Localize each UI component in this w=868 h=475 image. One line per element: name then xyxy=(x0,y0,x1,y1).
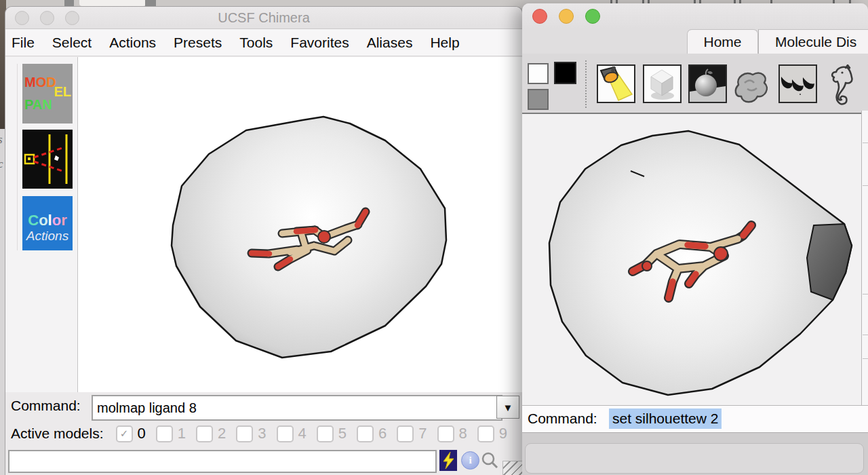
model-1-checkbox[interactable] xyxy=(156,425,173,442)
chimera-window: UCSF Chimera File Select Actions Presets… xyxy=(5,7,522,475)
panel-divider xyxy=(863,294,868,294)
command-label: Command: xyxy=(11,398,81,414)
seahorse-silhouette-button[interactable] xyxy=(827,64,857,107)
model-8-label: 8 xyxy=(459,425,467,442)
color-letter: C xyxy=(28,212,39,229)
model-7-label: 7 xyxy=(418,425,427,442)
chimera-titlebar[interactable]: UCSF Chimera xyxy=(5,7,522,29)
model-panel-letter: N xyxy=(42,97,52,112)
model-panel-letter: M xyxy=(24,75,36,90)
model-panel-letter: P xyxy=(24,97,33,112)
background-gray-button[interactable] xyxy=(528,89,549,110)
chimerax-3d-viewport[interactable] xyxy=(522,114,868,405)
cube-icon xyxy=(644,66,680,102)
model-9-label: 9 xyxy=(499,425,507,442)
model-panel-letter: A xyxy=(33,97,42,112)
command-label: Command: xyxy=(528,411,597,427)
background-window-fragment xyxy=(79,0,146,6)
toolbar-tab-row: Home Molecule Dis xyxy=(522,28,868,54)
active-models-label: Active models: xyxy=(11,425,104,442)
model-7-checkbox[interactable] xyxy=(397,425,414,442)
birds-silhouette-icon xyxy=(780,66,816,102)
flat-blob-icon xyxy=(732,69,769,104)
chimera-main-area: MOD EL PAN xyxy=(5,57,522,392)
menu-actions[interactable]: Actions xyxy=(109,35,156,51)
color-letter: o xyxy=(39,212,47,229)
model-4-label: 4 xyxy=(298,425,307,442)
soft-lighting-button[interactable] xyxy=(643,64,682,103)
spotlight-icon xyxy=(598,66,634,102)
chimerax-titlebar[interactable] xyxy=(522,3,868,28)
background-cut-letter: c xyxy=(0,157,3,171)
background-window-fragment xyxy=(64,0,74,7)
side-view-button[interactable] xyxy=(22,130,73,189)
status-input[interactable] xyxy=(8,450,437,473)
simple-lighting-button[interactable] xyxy=(597,64,635,103)
color-actions-button[interactable]: Color Actions xyxy=(22,196,73,250)
zoom-button[interactable] xyxy=(585,9,600,24)
command-input-selected-text[interactable]: set silhouettew 2 xyxy=(609,408,722,429)
lightning-button[interactable] xyxy=(439,450,457,471)
model-0-checkbox[interactable]: ✓ xyxy=(116,425,133,442)
side-panel-edge xyxy=(861,111,868,405)
command-history-dropdown-button[interactable]: ▼ xyxy=(496,396,519,419)
model-2-label: 2 xyxy=(218,425,226,442)
menu-favorites[interactable]: Favorites xyxy=(290,35,349,51)
model-4-checkbox[interactable] xyxy=(277,425,294,442)
flat-lighting-button[interactable] xyxy=(732,67,770,106)
menu-aliases[interactable]: Aliases xyxy=(367,35,413,51)
window-title: UCSF Chimera xyxy=(5,10,522,26)
status-row: i xyxy=(5,448,522,475)
bottom-inner-panel xyxy=(525,443,864,474)
menu-select[interactable]: Select xyxy=(52,35,92,51)
chimera-3d-viewport[interactable] xyxy=(78,57,522,392)
check-icon: ✓ xyxy=(120,428,129,440)
model-9-checkbox[interactable] xyxy=(477,425,494,442)
menu-presets[interactable]: Presets xyxy=(174,35,222,51)
model-6-checkbox[interactable] xyxy=(357,425,374,442)
background-window-fragment xyxy=(145,0,156,7)
color-letter: o xyxy=(52,212,61,229)
model-0-label: 0 xyxy=(138,425,146,442)
tab-molecule-display[interactable]: Molecule Dis xyxy=(758,29,868,54)
minimize-button[interactable] xyxy=(559,9,574,24)
menu-help[interactable]: Help xyxy=(430,35,459,51)
close-button[interactable] xyxy=(532,9,547,24)
panel-divider xyxy=(863,358,868,359)
tab-home-label: Home xyxy=(703,34,741,50)
model-3-label: 3 xyxy=(258,425,266,442)
color-letter: r xyxy=(61,212,67,229)
model-3-checkbox[interactable] xyxy=(236,425,253,442)
favorites-sidebar: MOD EL PAN xyxy=(5,57,78,392)
silhouettes-button[interactable] xyxy=(778,64,817,103)
density-blob xyxy=(172,117,446,358)
density-surface-scene xyxy=(78,57,522,392)
side-view-icon xyxy=(22,130,73,189)
bottom-bar xyxy=(522,432,868,475)
color-actions-sub-label: Actions xyxy=(22,229,73,244)
background-cut-letter: s xyxy=(0,133,3,147)
window-resize-grip[interactable] xyxy=(502,461,523,475)
density-surface-scene xyxy=(522,114,868,405)
command-input[interactable]: molmap ligand 8 xyxy=(92,395,502,421)
info-icon[interactable]: i xyxy=(461,451,479,470)
chimera-menubar: File Select Actions Presets Tools Favori… xyxy=(5,29,522,56)
model-2-checkbox[interactable] xyxy=(196,425,213,442)
tab-home[interactable]: Home xyxy=(687,29,758,54)
panel-divider xyxy=(863,142,868,143)
background-white-button[interactable] xyxy=(528,63,549,84)
model-panel-letter: L xyxy=(63,84,71,99)
model-panel-letter: O xyxy=(36,75,47,90)
model-panel-button[interactable]: MOD EL PAN xyxy=(22,64,73,124)
model-8-checkbox[interactable] xyxy=(437,425,454,442)
full-lighting-button[interactable] xyxy=(688,64,727,103)
background-black-button[interactable] xyxy=(554,62,576,84)
dark-facet xyxy=(807,224,852,300)
menu-file[interactable]: File xyxy=(12,35,35,51)
model-1-label: 1 xyxy=(178,425,186,442)
model-5-checkbox[interactable] xyxy=(317,425,334,442)
magnifier-icon[interactable] xyxy=(480,451,499,470)
panel-divider xyxy=(863,335,868,335)
menu-tools[interactable]: Tools xyxy=(239,35,273,51)
dropdown-arrow-icon: ▼ xyxy=(503,402,513,413)
